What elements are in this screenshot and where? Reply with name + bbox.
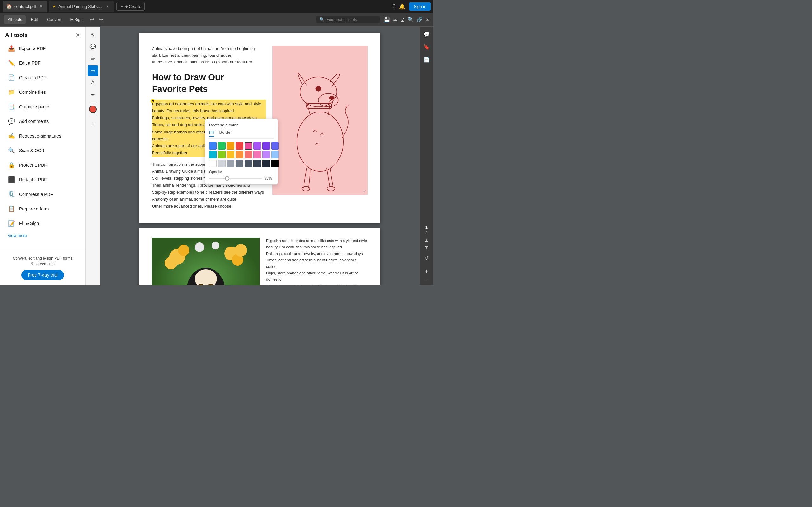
color-green[interactable] — [218, 142, 225, 150]
tools-separator — [89, 103, 97, 103]
search-input[interactable] — [326, 17, 371, 22]
sidebar-edit-label: Edit a PDF — [19, 60, 41, 66]
sidebar-item-organize[interactable]: 📑 Organize pages — [3, 100, 83, 114]
undo-button[interactable]: ↩ — [88, 15, 96, 24]
link-icon[interactable]: 🔗 — [416, 16, 423, 22]
menu-convert[interactable]: Convert — [43, 15, 65, 24]
save-icon[interactable]: 💾 — [384, 16, 390, 22]
color-orange[interactable] — [236, 151, 243, 158]
color-violet[interactable] — [262, 142, 270, 150]
opacity-thumb[interactable] — [225, 176, 229, 181]
sidebar-close-button[interactable]: ✕ — [75, 32, 80, 39]
pencil-tool[interactable]: ✏ — [88, 53, 98, 64]
color-light-gray[interactable] — [218, 160, 225, 167]
zoom-in-button[interactable]: + — [425, 268, 428, 275]
tab-contract-close[interactable]: ✕ — [38, 4, 44, 9]
total-pages: 9 — [425, 231, 427, 234]
cursor-tool[interactable]: ↖ — [88, 29, 98, 40]
tools-panel: ↖ 💬 ✏ ▭ A ✒ ≡ — [86, 26, 100, 285]
text-tool[interactable]: A — [88, 77, 98, 88]
color-lime[interactable] — [218, 151, 225, 158]
align-tool[interactable]: ≡ — [88, 118, 98, 129]
color-light-blue[interactable] — [271, 151, 279, 158]
bookmark-panel-button[interactable]: 🔖 — [421, 42, 432, 52]
sidebar-item-compress[interactable]: 🗜️ Compress a PDF — [3, 187, 83, 201]
color-pink[interactable] — [245, 142, 252, 150]
color-medium-gray[interactable] — [236, 160, 243, 167]
color-red[interactable] — [236, 142, 243, 150]
signature-tool[interactable]: ✒ — [88, 89, 98, 100]
color-amber[interactable] — [227, 142, 235, 150]
redo-button[interactable]: ↪ — [97, 15, 105, 24]
sidebar-item-export[interactable]: 📤 Export a PDF — [3, 42, 83, 55]
menu-all-tools[interactable]: All tools — [4, 15, 26, 24]
page2-line-2: beauty. For centuries, this horse has in… — [266, 244, 368, 250]
sidebar-item-prepare[interactable]: 📋 Prepare a form — [3, 202, 83, 216]
create-button[interactable]: ＋ + Create — [116, 2, 145, 11]
sidebar-item-esign[interactable]: ✍️ Request e-signatures — [3, 129, 83, 143]
trial-button[interactable]: Free 7-day trial — [21, 270, 64, 280]
view-more-link[interactable]: View more — [3, 231, 83, 240]
fill-tab[interactable]: Fill — [209, 130, 214, 136]
comment-tool[interactable]: 💬 — [88, 41, 98, 52]
zoom-icon[interactable]: 🔍 — [408, 16, 414, 22]
sidebar-item-comments[interactable]: 💬 Add comments — [3, 114, 83, 128]
menu-esign[interactable]: E-Sign — [66, 15, 86, 24]
refresh-button[interactable]: ↺ — [421, 253, 432, 263]
search-bar[interactable]: 🔍 — [316, 16, 380, 23]
resize-handle[interactable]: ↙ — [363, 189, 366, 193]
sidebar-item-combine[interactable]: 📁 Combine files — [3, 85, 83, 99]
mail-icon[interactable]: ✉ — [425, 16, 429, 22]
combine-icon: 📁 — [8, 89, 15, 96]
sidebar-item-redact[interactable]: ⬛ Redact a PDF — [3, 173, 83, 187]
main-layout: All tools ✕ 📤 Export a PDF ✏️ Edit a PDF… — [0, 26, 433, 285]
home-icon: 🏠 — [6, 4, 12, 9]
rectangle-tool[interactable]: ▭ — [88, 65, 98, 76]
color-black[interactable] — [271, 160, 279, 167]
opacity-slider[interactable] — [209, 178, 262, 179]
comments-icon: 💬 — [8, 118, 15, 125]
color-rose[interactable] — [245, 151, 252, 158]
color-dark-gray[interactable] — [245, 160, 252, 167]
comment-panel-button[interactable]: 💬 — [421, 29, 432, 39]
color-fuchsia[interactable] — [253, 151, 261, 158]
bell-icon[interactable]: 🔔 — [399, 3, 405, 9]
menu-edit[interactable]: Edit — [27, 15, 42, 24]
page2-line-3: Paintings, sculptures, jewelry, and even… — [266, 250, 368, 257]
scroll-down-button[interactable]: ▼ — [424, 244, 429, 250]
pages-panel-button[interactable]: 📄 — [421, 55, 432, 65]
color-blue[interactable] — [209, 142, 217, 150]
color-yellow[interactable] — [227, 151, 235, 158]
page2-line-6: Animals are a part of our daily life, th… — [266, 283, 368, 285]
sidebar-item-create[interactable]: 📄 Create a PDF — [3, 71, 83, 84]
sidebar-item-protect[interactable]: 🔒 Protect a PDF — [3, 158, 83, 172]
color-white[interactable] — [209, 160, 217, 167]
color-darker-gray[interactable] — [253, 160, 261, 167]
color-swatch[interactable] — [89, 106, 97, 113]
color-gray[interactable] — [227, 160, 235, 167]
color-purple[interactable] — [253, 142, 261, 150]
scroll-up-button[interactable]: ▲ — [424, 237, 429, 243]
color-indigo[interactable] — [271, 142, 279, 150]
export-icon: 📤 — [8, 45, 15, 52]
cloud-icon[interactable]: ☁ — [392, 16, 397, 22]
sidebar: All tools ✕ 📤 Export a PDF ✏️ Edit a PDF… — [0, 26, 86, 285]
tab-contract[interactable]: 🏠 contract.pdf ✕ — [3, 1, 47, 12]
color-near-black[interactable] — [262, 160, 270, 167]
content-area[interactable]: Rectangle color Fill Border — [100, 26, 419, 285]
sign-in-button[interactable]: Sign in — [409, 2, 431, 11]
sidebar-item-edit[interactable]: ✏️ Edit a PDF — [3, 56, 83, 70]
help-icon[interactable]: ? — [392, 3, 395, 9]
tab-animal[interactable]: ★ Animal Painting Skills.... ✕ — [49, 1, 114, 12]
tab-animal-label: Animal Painting Skills.... — [58, 4, 102, 9]
color-lavender[interactable] — [262, 151, 270, 158]
tab-animal-close[interactable]: ✕ — [105, 4, 110, 9]
border-tab[interactable]: Border — [219, 130, 232, 136]
color-cyan[interactable] — [209, 151, 217, 158]
sidebar-combine-label: Combine files — [19, 90, 46, 95]
zoom-out-button[interactable]: − — [425, 276, 428, 283]
print-icon[interactable]: 🖨 — [400, 17, 405, 22]
sidebar-item-scan[interactable]: 🔍 Scan & OCR — [3, 144, 83, 158]
page2-line-1: Egyptian art celebrates animals like cat… — [266, 238, 368, 244]
sidebar-item-fill[interactable]: 📝 Fill & Sign — [3, 216, 83, 230]
